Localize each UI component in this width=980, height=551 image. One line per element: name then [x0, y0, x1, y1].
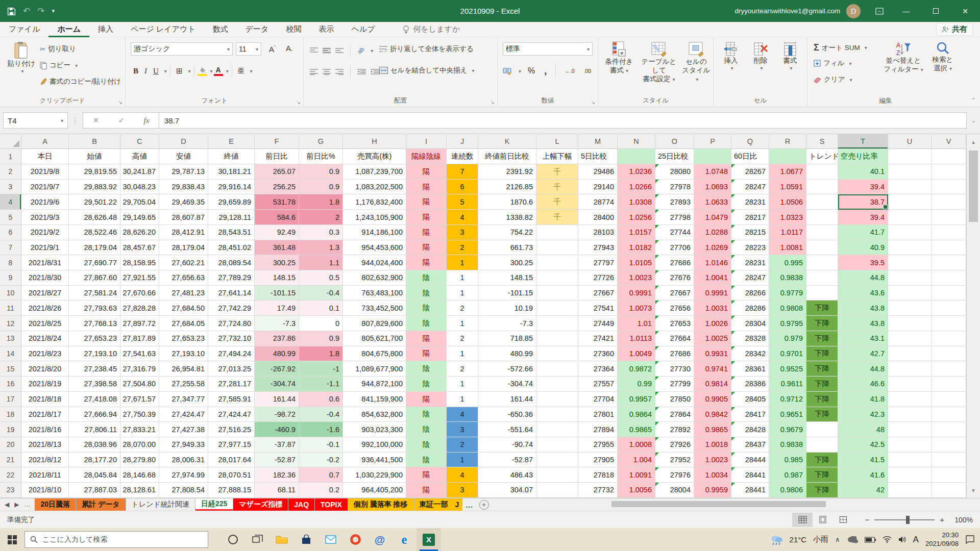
cell-O20[interactable]: 27926 — [655, 437, 694, 453]
cell-M22[interactable]: 27818 — [578, 467, 618, 483]
cell-G20[interactable]: -0.1 — [299, 437, 343, 453]
cell-B14[interactable]: 27,193.10 — [69, 346, 120, 362]
row-header-4[interactable]: 4 — [0, 194, 21, 210]
cell-E22[interactable]: 28,070.51 — [208, 467, 255, 483]
cell-H16[interactable]: 944,872,100 — [343, 377, 406, 392]
cell-K19[interactable]: -551.64 — [478, 422, 536, 437]
number-format-combo[interactable]: 標準▾ — [503, 42, 593, 56]
cell-D17[interactable]: 27,347.77 — [159, 392, 208, 407]
cell-S4[interactable] — [806, 194, 838, 210]
sheet-tab-J[interactable]: J — [454, 498, 462, 511]
col-header-B[interactable]: B — [69, 134, 120, 149]
clock[interactable]: 20:302021/09/08 — [925, 531, 959, 548]
store-icon[interactable] — [294, 528, 318, 551]
cell-I7[interactable]: 陽 — [406, 240, 447, 256]
cell-E23[interactable]: 27,888.15 — [208, 483, 255, 498]
cell-J18[interactable]: 4 — [447, 407, 478, 422]
cell-B15[interactable]: 27,238.45 — [69, 361, 120, 377]
cell-P11[interactable]: 1.0031 — [694, 300, 731, 316]
cell-I5[interactable]: 陽 — [406, 210, 447, 225]
cell-A8[interactable]: 2021/8/31 — [21, 255, 69, 270]
cell-S3[interactable] — [806, 180, 838, 195]
col-header-G[interactable]: G — [299, 134, 343, 149]
cell-J1[interactable]: 連続数 — [447, 149, 478, 164]
cell-U3[interactable] — [888, 180, 932, 195]
cell-J13[interactable]: 2 — [447, 331, 478, 346]
decrease-font-icon[interactable]: Aˇ — [283, 43, 295, 55]
cell-N15[interactable]: 0.9872 — [618, 361, 655, 377]
row-header-19[interactable]: 19 — [0, 422, 21, 437]
cell-A23[interactable]: 2021/8/10 — [21, 483, 69, 498]
underline-button[interactable]: U — [151, 66, 161, 76]
cell-K17[interactable]: 161.44 — [478, 392, 536, 407]
cell-L7[interactable] — [536, 240, 578, 256]
cell-C19[interactable]: 27,833.21 — [120, 422, 159, 437]
cell-G9[interactable]: 0.5 — [299, 270, 343, 286]
menu-tab-データ[interactable]: データ — [237, 22, 278, 37]
cell-S20[interactable] — [806, 437, 838, 453]
cell-A13[interactable]: 2021/8/24 — [21, 331, 69, 346]
sheet-tab-JAQ[interactable]: JAQ — [288, 498, 315, 511]
cell-R13[interactable]: 0.979 — [769, 331, 806, 346]
cell-O1[interactable]: 25日比較 — [655, 149, 694, 164]
row-header-9[interactable]: 9 — [0, 270, 21, 286]
cell-Q1[interactable]: 60日比 — [731, 149, 769, 164]
find-select-button[interactable]: 検索と選択▾ — [926, 41, 960, 73]
cell-N8[interactable]: 1.0105 — [618, 255, 655, 270]
paste-button[interactable]: 貼り付け▾ — [7, 41, 36, 74]
cell-I12[interactable]: 陰 — [406, 316, 447, 331]
cell-D21[interactable]: 28,006.31 — [159, 453, 208, 468]
cell-V3[interactable] — [932, 180, 966, 195]
cell-M7[interactable]: 27943 — [578, 240, 618, 256]
phonetic-icon[interactable]: 亜 — [235, 66, 247, 76]
cell-P20[interactable]: 1.0018 — [694, 437, 731, 453]
cell-V14[interactable] — [932, 346, 966, 362]
cell-C2[interactable]: 30,241.87 — [120, 164, 159, 180]
tell-me-search[interactable]: 何をしますか — [402, 24, 460, 34]
cell-R9[interactable]: 0.9838 — [769, 270, 806, 286]
cell-B4[interactable]: 29,501.22 — [69, 194, 120, 210]
cell-Q14[interactable]: 28342 — [731, 346, 769, 362]
cell-S22[interactable]: 下降 — [806, 467, 838, 483]
ribbon-display-options-icon[interactable] — [868, 0, 891, 22]
cell-H12[interactable]: 807,829,600 — [343, 316, 406, 331]
cell-K20[interactable]: -90.74 — [478, 437, 536, 453]
cell-V19[interactable] — [932, 422, 966, 437]
cell-D13[interactable]: 27,653.23 — [159, 331, 208, 346]
cell-U22[interactable] — [888, 467, 932, 483]
increase-indent-icon[interactable] — [371, 69, 379, 75]
fill-button[interactable]: フィル▾ — [814, 59, 851, 68]
cell-I3[interactable]: 陽 — [406, 180, 447, 195]
cell-U13[interactable] — [888, 331, 932, 346]
cell-H4[interactable]: 1,176,832,400 — [343, 194, 406, 210]
cell-F22[interactable]: 182.36 — [255, 467, 299, 483]
cell-T4[interactable]: 38.7 — [838, 194, 888, 210]
cell-I18[interactable]: 陰 — [406, 407, 447, 422]
cell-V11[interactable] — [932, 300, 966, 316]
cell-V23[interactable] — [932, 483, 966, 498]
row-header-10[interactable]: 10 — [0, 286, 21, 301]
cell-E4[interactable]: 29,659.89 — [208, 194, 255, 210]
cell-D4[interactable]: 29,469.35 — [159, 194, 208, 210]
cell-L11[interactable] — [536, 300, 578, 316]
enter-icon[interactable]: ✓ — [118, 116, 125, 125]
cell-E16[interactable]: 27,281.17 — [208, 377, 255, 392]
cell-T17[interactable]: 41.8 — [838, 392, 888, 407]
sort-filter-button[interactable]: AZ 並べ替えとフィルター▾ — [883, 41, 924, 74]
cell-A3[interactable]: 2021/9/7 — [21, 180, 69, 195]
menu-tab-ヘルプ[interactable]: ヘルプ — [342, 22, 383, 37]
format-painter-button[interactable]: 書式のコピー/貼り付け — [40, 77, 121, 86]
cell-N14[interactable]: 1.0049 — [618, 346, 655, 362]
cell-L23[interactable] — [536, 483, 578, 498]
vertical-scroll-thumb[interactable] — [969, 151, 978, 222]
cell-V2[interactable] — [932, 164, 966, 180]
row-header-15[interactable]: 15 — [0, 361, 21, 377]
cell-F13[interactable]: 237.86 — [255, 331, 299, 346]
cell-D3[interactable]: 29,838.43 — [159, 180, 208, 195]
cell-Q11[interactable]: 28286 — [731, 300, 769, 316]
cell-C8[interactable]: 28,158.95 — [120, 255, 159, 270]
cell-L1[interactable]: 上幅下幅 — [536, 149, 578, 164]
sheet-tab-累計 データ[interactable]: 累計 データ — [76, 498, 126, 511]
cell-R19[interactable]: 0.9679 — [769, 422, 806, 437]
cell-J11[interactable]: 2 — [447, 300, 478, 316]
